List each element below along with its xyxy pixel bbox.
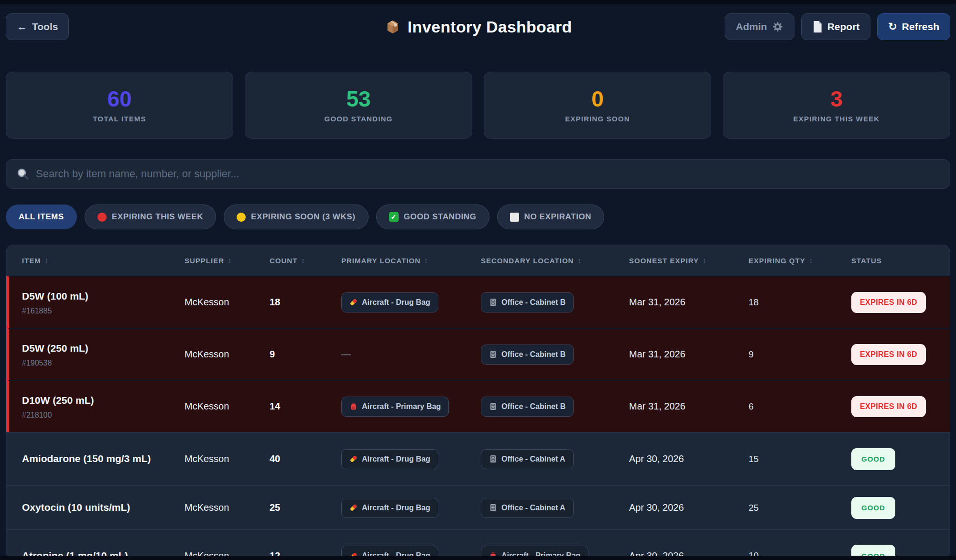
back-to-tools-button[interactable]: ← Tools — [6, 13, 69, 40]
supplier-cell: McKesson — [172, 297, 257, 308]
red-dot-icon — [98, 213, 107, 222]
back-button-label: Tools — [32, 21, 58, 32]
filter-expiring-soon[interactable]: EXPIRING SOON (3 WKS) — [224, 205, 369, 229]
secondary-location-pill: Office - Cabinet B — [481, 397, 574, 417]
sort-icon: ↕ — [809, 257, 813, 264]
column-header-secondary-location[interactable]: SECONDARY LOCATION ↕ — [465, 257, 613, 265]
filter-no-expiration[interactable]: NO EXPIRATION — [497, 205, 605, 229]
supplier-cell: McKesson — [172, 401, 257, 412]
status-badge: EXPIRES IN 6D — [851, 396, 926, 417]
inventory-table: ITEM ↕ SUPPLIER ↕ COUNT ↕ PRIMARY LOCATI… — [6, 245, 950, 560]
stat-value: 53 — [346, 88, 370, 110]
cabinet-icon — [489, 504, 497, 512]
stat-label: GOOD STANDING — [325, 115, 393, 123]
table-row[interactable]: D5W (250 mL) #190538 McKesson 9 — Office… — [6, 328, 950, 380]
status-badge: GOOD — [851, 497, 895, 519]
refresh-icon: ↻ — [888, 21, 897, 33]
stat-value: 3 — [830, 88, 843, 110]
expiring-qty-cell: 18 — [736, 297, 838, 308]
item-cell: D5W (100 mL) #161885 — [9, 289, 172, 315]
green-check-icon: ✓ — [389, 212, 399, 222]
item-name: D10W (250 mL) — [22, 393, 162, 408]
item-name: Oxytocin (10 units/mL) — [22, 500, 159, 515]
secondary-location-cell: Office - Cabinet A — [465, 449, 613, 469]
refresh-button[interactable]: ↻ Refresh — [877, 13, 950, 40]
stat-value: 0 — [591, 88, 604, 110]
item-name: D5W (100 mL) — [22, 289, 162, 303]
stat-label: EXPIRING THIS WEEK — [793, 115, 880, 123]
admin-button-label: Admin — [736, 21, 767, 32]
pill-icon — [349, 298, 358, 306]
item-number: #190538 — [22, 359, 162, 367]
primary-location-cell: Aircraft - Drug Bag — [328, 292, 468, 312]
primary-location-cell: Aircraft - Drug Bag — [326, 449, 465, 469]
top-bar: ← Tools Inventory Dashboard Admin — [6, 13, 950, 40]
white-square-icon — [510, 213, 519, 222]
status-cell: EXPIRES IN 6D — [838, 292, 950, 313]
search-input[interactable] — [6, 159, 950, 189]
column-header-soonest-expiry[interactable]: SOONEST EXPIRY ↕ — [613, 257, 733, 265]
count-cell: 18 — [257, 297, 328, 308]
count-cell: 9 — [257, 349, 328, 360]
column-header-primary-location[interactable]: PRIMARY LOCATION ↕ — [326, 257, 465, 265]
secondary-location-cell: Office - Cabinet B — [468, 292, 616, 312]
refresh-button-label: Refresh — [902, 21, 939, 32]
filter-expiring-this-week[interactable]: EXPIRING THIS WEEK — [85, 205, 216, 229]
item-cell: D10W (250 mL) #218100 — [9, 393, 172, 419]
secondary-location-pill: Office - Cabinet B — [481, 292, 574, 312]
table-row[interactable]: D5W (100 mL) #161885 McKesson 18 Aircraf… — [6, 276, 950, 328]
column-header-count[interactable]: COUNT ↕ — [254, 257, 326, 265]
column-header-item[interactable]: ITEM ↕ — [6, 257, 169, 265]
filter-label: GOOD STANDING — [404, 212, 477, 222]
window-edge-bottom — [0, 556, 956, 560]
report-button[interactable]: Report — [801, 13, 871, 40]
status-badge: GOOD — [851, 448, 895, 470]
status-cell: GOOD — [836, 448, 950, 470]
expiring-qty-cell: 6 — [736, 401, 838, 412]
filter-good-standing[interactable]: ✓ GOOD STANDING — [376, 205, 489, 229]
window-edge-top — [0, 0, 956, 4]
yellow-dot-icon — [237, 213, 246, 222]
primary-location-cell: Aircraft - Primary Bag — [328, 397, 468, 417]
stat-value: 60 — [107, 88, 131, 110]
table-row[interactable]: D10W (250 mL) #218100 McKesson 14 Aircra… — [6, 380, 950, 432]
status-badge: EXPIRES IN 6D — [851, 292, 926, 313]
pill-icon — [349, 455, 358, 463]
column-header-supplier[interactable]: SUPPLIER ↕ — [169, 257, 254, 265]
primary-location-pill: Aircraft - Drug Bag — [341, 292, 438, 312]
table-row[interactable]: Oxytocin (10 units/mL) McKesson 25 Aircr… — [6, 485, 950, 529]
expiring-qty-cell: 25 — [733, 503, 836, 513]
search-bar — [6, 159, 950, 189]
item-cell: Oxytocin (10 units/mL) — [6, 500, 169, 515]
primary-location-cell: — — [328, 349, 468, 360]
item-number: #218100 — [22, 411, 162, 420]
count-cell: 25 — [254, 502, 326, 513]
count-cell: 14 — [257, 401, 328, 412]
soonest-expiry-cell: Mar 31, 2026 — [616, 349, 736, 360]
page-title-group: Inventory Dashboard — [384, 18, 572, 36]
column-header-status: STATUS — [836, 257, 950, 265]
column-header-expiring-qty[interactable]: EXPIRING QTY ↕ — [733, 257, 836, 265]
count-cell: 40 — [254, 453, 326, 464]
table-row[interactable]: Amiodarone (150 mg/3 mL) McKesson 40 Air… — [6, 432, 950, 485]
stat-card-total-items: 60 TOTAL ITEMS — [6, 72, 233, 139]
item-name: D5W (250 mL) — [22, 341, 162, 355]
package-box-icon — [384, 18, 402, 35]
item-cell: D5W (250 mL) #190538 — [9, 341, 172, 367]
item-number: #161885 — [22, 307, 162, 315]
expiring-qty-cell: 15 — [733, 454, 836, 464]
report-button-label: Report — [827, 21, 860, 32]
sort-icon: ↕ — [301, 257, 305, 264]
primary-location-cell: Aircraft - Drug Bag — [326, 498, 465, 518]
item-cell: Amiodarone (150 mg/3 mL) — [6, 452, 169, 466]
filter-label: EXPIRING THIS WEEK — [112, 212, 203, 222]
filter-all-items[interactable]: ALL ITEMS — [6, 205, 77, 229]
filter-label: ALL ITEMS — [19, 212, 64, 222]
gear-icon — [772, 21, 783, 32]
admin-button[interactable]: Admin — [725, 13, 794, 40]
filter-chips: ALL ITEMS EXPIRING THIS WEEK EXPIRING SO… — [6, 205, 950, 229]
stat-label: TOTAL ITEMS — [93, 115, 146, 123]
stat-cards: 60 TOTAL ITEMS 53 GOOD STANDING 0 EXPIRI… — [6, 72, 950, 139]
backpack-icon — [349, 402, 358, 410]
filter-label: NO EXPIRATION — [524, 212, 592, 222]
